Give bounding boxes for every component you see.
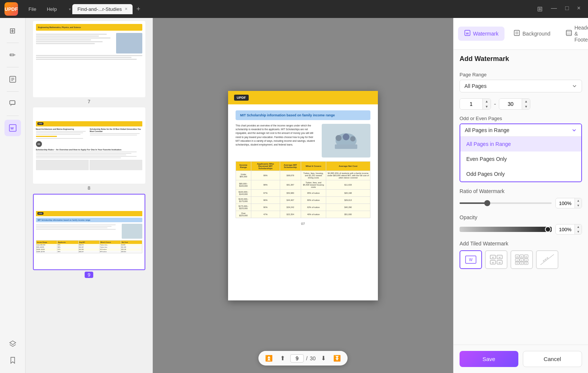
pdf-body-text: This chart provides an overview of the i… bbox=[236, 124, 316, 147]
page-range-numbers: ▲ ▼ - ▲ ▼ bbox=[460, 98, 582, 110]
range-to-btns: ▲ ▼ bbox=[522, 99, 530, 109]
svg-text:W: W bbox=[521, 262, 522, 264]
pdf-view: UPDF MIT Scholarship information based o… bbox=[153, 18, 453, 373]
odd-even-label: Odd or Even Pages bbox=[460, 116, 582, 121]
svg-rect-4 bbox=[10, 101, 15, 104]
prev-page-btn[interactable]: ⬆ bbox=[278, 353, 287, 363]
range-from-up[interactable]: ▲ bbox=[483, 99, 491, 104]
next-page-btn[interactable]: ⬇ bbox=[319, 353, 328, 363]
pages-icon[interactable]: ⊞ bbox=[4, 22, 21, 39]
tab-watermark[interactable]: W Watermark bbox=[458, 27, 504, 41]
thumbnail-9[interactable]: UPDF MIT Scholarship information based o… bbox=[28, 194, 149, 278]
tiled-opt-3[interactable]: WWWWWWWWW bbox=[510, 250, 533, 269]
opacity-slider-thumb[interactable] bbox=[545, 226, 551, 232]
edit-icon[interactable]: ✏ bbox=[4, 47, 21, 63]
right-content: Page Range All Pages ▲ ▼ - bbox=[454, 64, 588, 345]
odd-even-dropdown-wrapper: All Pages in Range All Pages in Range Ev… bbox=[460, 123, 582, 182]
range-to-spinner[interactable]: ▲ ▼ bbox=[499, 98, 530, 110]
help-menu[interactable]: Help bbox=[42, 5, 61, 13]
layers-icon[interactable] bbox=[4, 336, 21, 352]
range-to-up[interactable]: ▲ bbox=[522, 99, 530, 104]
save-button[interactable]: Save bbox=[460, 351, 518, 367]
ratio-slider-thumb[interactable] bbox=[484, 200, 490, 206]
titlebar: UPDF File Help ▾ Find-and-...r-Studies ×… bbox=[0, 0, 588, 18]
tiled-opt-1[interactable]: W bbox=[460, 250, 482, 269]
tool-tabs: W Watermark Background Header & Footer bbox=[454, 18, 588, 50]
tiled-opt-2[interactable]: WWWW bbox=[485, 250, 507, 269]
thumb-box-8: UPDF Naval Architecture and Marine Engin… bbox=[33, 107, 145, 184]
add-tab-btn[interactable]: + bbox=[134, 4, 143, 14]
opacity-slider-track[interactable] bbox=[460, 227, 552, 232]
tab-watermark-label: Watermark bbox=[473, 31, 498, 37]
range-to-input[interactable] bbox=[499, 99, 522, 109]
option-even-pages[interactable]: Even Pages Only bbox=[460, 152, 581, 166]
page-range-section: Page Range All Pages bbox=[460, 72, 582, 92]
thumb-num-8: 8 bbox=[88, 185, 90, 191]
close-btn[interactable]: × bbox=[574, 3, 584, 15]
comment-icon[interactable] bbox=[4, 95, 21, 112]
opacity-value-input[interactable]: ▲ ▼ bbox=[555, 224, 582, 235]
range-dash: - bbox=[494, 101, 496, 107]
thumbnail-7[interactable]: Engineering Mathematics, Physics, and Sc… bbox=[28, 21, 149, 104]
range-from-down[interactable]: ▼ bbox=[483, 104, 491, 109]
thumb-num-7: 7 bbox=[88, 99, 90, 104]
file-menu[interactable]: File bbox=[24, 5, 41, 13]
tab-close-btn[interactable]: × bbox=[125, 6, 127, 12]
option-odd-pages[interactable]: Odd Pages Only bbox=[460, 166, 581, 181]
page-range-value: All Pages bbox=[464, 83, 487, 89]
page-number-input[interactable] bbox=[290, 354, 304, 363]
odd-even-header[interactable]: All Pages in Range bbox=[460, 124, 581, 136]
sidebar-bottom bbox=[4, 336, 21, 369]
svg-point-10 bbox=[343, 134, 349, 140]
annotate-icon[interactable] bbox=[4, 71, 21, 88]
last-page-btn[interactable]: ⏬ bbox=[331, 353, 343, 363]
opacity-down[interactable]: ▼ bbox=[575, 229, 582, 234]
maximize-btn[interactable]: □ bbox=[562, 3, 572, 15]
ratio-section: Ratio of Watermark ▲ ▼ bbox=[460, 188, 582, 208]
tiled-opt-4[interactable]: W W W bbox=[536, 250, 558, 269]
window-controls: ⊞ — □ × bbox=[534, 3, 584, 15]
app-logo: UPDF bbox=[4, 2, 18, 16]
first-page-btn[interactable]: ⏫ bbox=[263, 353, 275, 363]
separator-1 bbox=[7, 43, 19, 43]
ratio-input[interactable] bbox=[556, 199, 575, 208]
tab-header-footer[interactable]: Header & Footer bbox=[560, 22, 588, 46]
bookmark-icon[interactable] bbox=[4, 352, 21, 369]
cancel-button[interactable]: Cancel bbox=[523, 351, 582, 367]
svg-text:W: W bbox=[521, 256, 522, 257]
pdf-table: Income Range Applicants Who Received MIT… bbox=[236, 161, 370, 218]
odd-even-dropdown[interactable]: All Pages in Range All Pages in Range Ev… bbox=[460, 123, 582, 182]
menu-bar: File Help bbox=[24, 5, 61, 13]
tab-background[interactable]: Background bbox=[507, 27, 557, 41]
opacity-input[interactable] bbox=[556, 225, 575, 234]
range-to-down[interactable]: ▼ bbox=[522, 104, 530, 109]
ratio-arrows: ▲ ▼ bbox=[575, 198, 582, 208]
thumb-num-9: 9 bbox=[85, 272, 93, 278]
thumbnail-8[interactable]: UPDF Naval Architecture and Marine Engin… bbox=[28, 107, 149, 191]
page-range-dropdown[interactable]: All Pages bbox=[460, 80, 582, 92]
range-from-input[interactable] bbox=[460, 99, 482, 109]
svg-text:W: W bbox=[466, 32, 469, 35]
active-tab[interactable]: Find-and-...r-Studies × bbox=[72, 4, 133, 14]
minimize-btn[interactable]: — bbox=[548, 3, 560, 15]
svg-line-50 bbox=[540, 254, 554, 265]
option-all-pages[interactable]: All Pages in Range bbox=[460, 137, 581, 152]
svg-point-9 bbox=[336, 135, 342, 141]
svg-text:W: W bbox=[516, 262, 518, 264]
range-from-spinner[interactable]: ▲ ▼ bbox=[460, 98, 491, 110]
tiled-label: Add Tiled Watermark bbox=[460, 241, 582, 247]
tab-dropdown-arrow[interactable]: ▾ bbox=[69, 7, 71, 11]
updf-logo-icon: UPDF bbox=[4, 2, 18, 16]
bottom-buttons: Save Cancel bbox=[454, 345, 588, 373]
svg-text:W: W bbox=[525, 262, 527, 264]
watermark-icon[interactable]: W bbox=[4, 120, 21, 136]
ratio-value-input[interactable]: ▲ ▼ bbox=[555, 198, 582, 208]
ratio-down[interactable]: ▼ bbox=[575, 203, 582, 208]
ratio-slider-track[interactable] bbox=[460, 202, 552, 204]
background-tab-icon bbox=[513, 30, 520, 38]
thumbnail-panel: Engineering Mathematics, Physics, and Sc… bbox=[25, 18, 153, 373]
total-pages: 30 bbox=[310, 355, 316, 361]
ratio-up[interactable]: ▲ bbox=[575, 198, 582, 203]
opacity-up[interactable]: ▲ bbox=[575, 224, 582, 229]
left-sidebar: ⊞ ✏ W bbox=[0, 18, 25, 373]
